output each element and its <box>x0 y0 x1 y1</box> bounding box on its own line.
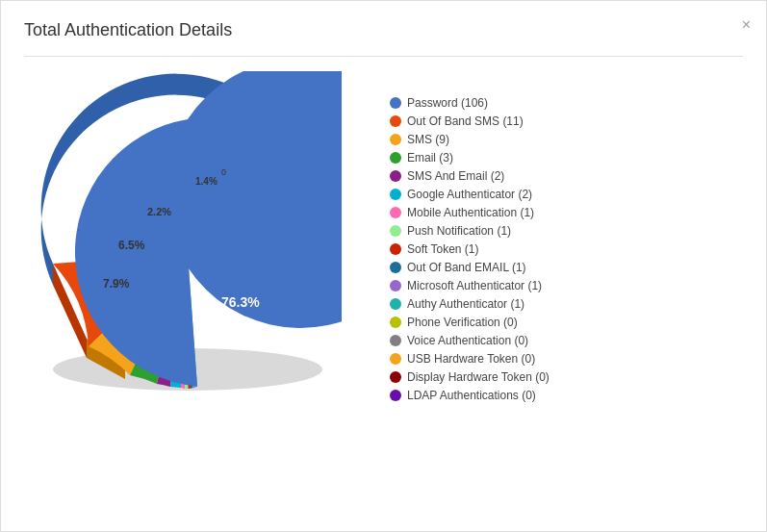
legend-color-dot <box>390 262 401 273</box>
legend-item: Out Of Band EMAIL (1) <box>390 261 743 274</box>
legend-item: Out Of Band SMS (11) <box>390 114 743 128</box>
label-password: 76.3% <box>221 294 260 310</box>
legend-label-text: SMS And Email (2) <box>407 169 504 183</box>
legend-item: USB Hardware Token (0) <box>390 352 743 366</box>
pie-chart: 76.3% 7.9% 6.5% 2.2% 1.4% 0 <box>24 66 351 432</box>
chart-legend: Password (106)Out Of Band SMS (11)SMS (9… <box>390 96 743 402</box>
legend-label-text: LDAP Authentications (0) <box>407 389 536 402</box>
legend-color-dot <box>390 207 401 218</box>
legend-label-text: SMS (9) <box>407 133 449 146</box>
legend-label-text: Voice Authentication (0) <box>407 334 528 347</box>
legend-label-text: Out Of Band SMS (11) <box>407 114 524 128</box>
legend-color-dot <box>390 335 401 346</box>
legend-item: Google Authenticator (2) <box>390 188 743 201</box>
legend-color-dot <box>390 152 401 164</box>
page-title: Total Authentication Details <box>24 20 743 40</box>
legend-item: Email (3) <box>390 151 743 165</box>
legend-item: SMS And Email (2) <box>390 169 743 183</box>
legend-label-text: Password (106) <box>407 96 488 110</box>
legend-item: Display Hardware Token (0) <box>390 370 743 384</box>
legend-color-dot <box>390 97 401 109</box>
legend-label-text: Phone Verification (0) <box>407 316 518 329</box>
close-button[interactable]: × <box>742 16 751 34</box>
legend-label-text: Microsoft Authenticator (1) <box>407 279 542 292</box>
legend-color-dot <box>390 134 401 145</box>
legend-color-dot <box>390 115 401 127</box>
label-sms: 6.5% <box>118 239 145 252</box>
legend-color-dot <box>390 390 401 401</box>
legend-label-text: Soft Token (1) <box>407 242 478 256</box>
legend-color-dot <box>390 353 401 365</box>
legend-label-text: USB Hardware Token (0) <box>407 352 535 366</box>
legend-item: Password (106) <box>390 96 743 110</box>
legend-color-dot <box>390 189 401 200</box>
legend-label-text: Email (3) <box>407 151 453 165</box>
legend-color-dot <box>390 170 401 182</box>
divider <box>24 56 743 57</box>
pie-segment-password <box>180 71 342 328</box>
legend-item: Authy Authenticator (1) <box>390 297 743 311</box>
legend-color-dot <box>390 243 401 255</box>
legend-label-text: Display Hardware Token (0) <box>407 370 550 384</box>
legend-color-dot <box>390 298 401 310</box>
legend-item: Soft Token (1) <box>390 242 743 256</box>
label-sms-email: 1.4% <box>195 176 217 187</box>
legend-item: Push Notification (1) <box>390 224 743 238</box>
legend-color-dot <box>390 225 401 237</box>
pie-svg: 76.3% 7.9% 6.5% 2.2% 1.4% 0 <box>34 71 342 427</box>
legend-color-dot <box>390 280 401 291</box>
label-email: 2.2% <box>147 206 171 217</box>
chart-area: 76.3% 7.9% 6.5% 2.2% 1.4% 0 Password (10… <box>24 66 743 432</box>
modal-container: Total Authentication Details × <box>0 0 767 532</box>
legend-item: SMS (9) <box>390 133 743 146</box>
legend-label-text: Mobile Authentication (1) <box>407 206 534 219</box>
legend-item: Microsoft Authenticator (1) <box>390 279 743 292</box>
legend-color-dot <box>390 317 401 328</box>
legend-color-dot <box>390 371 401 383</box>
legend-item: Voice Authentication (0) <box>390 334 743 347</box>
legend-label-text: Out Of Band EMAIL (1) <box>407 261 526 274</box>
label-oob-sms: 7.9% <box>103 277 130 291</box>
legend-item: Mobile Authentication (1) <box>390 206 743 219</box>
legend-label-text: Google Authenticator (2) <box>407 188 532 201</box>
legend-item: LDAP Authentications (0) <box>390 389 743 402</box>
label-google: 0 <box>221 167 226 177</box>
legend-item: Phone Verification (0) <box>390 316 743 329</box>
legend-label-text: Authy Authenticator (1) <box>407 297 524 311</box>
legend-label-text: Push Notification (1) <box>407 224 511 238</box>
